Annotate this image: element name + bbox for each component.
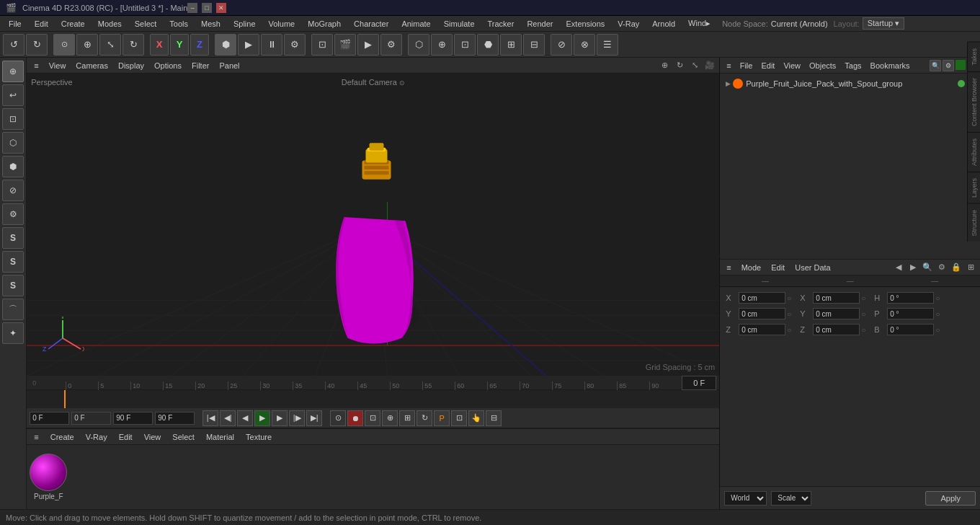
render-end-input[interactable] [155, 412, 195, 425]
go-to-start-button[interactable]: |◀ [202, 410, 218, 426]
material-swatch-purple[interactable]: Purple_F [30, 454, 67, 500]
extra-button[interactable]: ☰ [597, 34, 618, 56]
anim-mode-5[interactable]: ⊞ [399, 410, 415, 426]
lt-tool-s2[interactable]: S [2, 251, 24, 273]
prev-frame-button[interactable]: ◀ [237, 410, 253, 426]
mat-menu-vray[interactable]: V-Ray [81, 431, 112, 443]
lt-tool-6[interactable]: ⊘ [2, 180, 24, 201]
lt-tool-5[interactable]: ⬢ [2, 156, 24, 177]
om-menu-tags[interactable]: Tags [841, 60, 865, 71]
menu-mesh[interactable]: Mesh [195, 18, 226, 30]
frame-number-input[interactable] [682, 376, 716, 390]
anim-mode-3[interactable]: ⊡ [365, 410, 380, 426]
render-view-button[interactable]: 🎬 [334, 34, 356, 56]
transform-mode-select[interactable]: Scale Size [771, 491, 811, 506]
om-item-group[interactable]: ▶ Purple_Fruit_Juice_Pack_with_Spout_gro… [723, 76, 977, 91]
scale-tool-button[interactable]: ⤡ [99, 34, 121, 56]
coord-p[interactable] [887, 308, 934, 319]
viewport-settings-button[interactable]: ⊗ [574, 34, 595, 56]
lt-tool-3[interactable]: ⊡ [2, 108, 24, 130]
vp-icon-rotate[interactable]: ↻ [673, 59, 686, 72]
coord-h[interactable] [887, 292, 934, 304]
layout-selector[interactable]: Startup ▾ [863, 17, 905, 30]
vp-icon-move[interactable]: ⊕ [658, 59, 671, 72]
edge-mode-button[interactable]: ⏸ [261, 34, 282, 56]
render-button[interactable]: ▶ [357, 34, 379, 56]
menu-tools[interactable]: Tools [164, 18, 194, 30]
attr-menu-toggle[interactable]: ≡ [723, 262, 734, 273]
coord-y-pos[interactable] [739, 308, 785, 319]
om-menu-edit[interactable]: Edit [757, 60, 778, 71]
maximize-button[interactable]: □ [202, 3, 212, 13]
anim-mode-10[interactable]: ⊟ [486, 410, 502, 426]
display-button[interactable]: ⊘ [551, 34, 572, 56]
redo-button[interactable]: ↻ [26, 34, 48, 56]
vtab-takes[interactable]: Takes [968, 42, 980, 71]
vtab-attributes[interactable]: Attributes [968, 132, 980, 172]
coord-z-pos[interactable] [739, 324, 785, 335]
poly-mode-button[interactable]: ⚙ [284, 34, 306, 56]
om-menu-bookmarks[interactable]: Bookmarks [867, 60, 914, 71]
lt-tool-s3[interactable]: S [2, 275, 24, 296]
lt-tool-7[interactable]: ⚙ [2, 203, 24, 225]
mat-menu-edit[interactable]: Edit [115, 431, 137, 443]
bg-button[interactable]: ⊞ [500, 34, 522, 56]
om-menu-file[interactable]: File [736, 60, 757, 71]
menu-animate[interactable]: Animate [396, 18, 436, 30]
menu-extensions[interactable]: Extensions [560, 18, 610, 30]
y-axis-button[interactable]: Y [170, 34, 189, 56]
coord-b[interactable] [887, 324, 934, 335]
close-button[interactable]: ✕ [216, 3, 226, 13]
vp-menu-display[interactable]: Display [114, 60, 148, 71]
coord-x-rot[interactable] [813, 292, 860, 304]
current-frame-input[interactable] [71, 412, 111, 425]
attr-filter-icon[interactable]: ⚙ [935, 261, 948, 274]
lt-tool-bend[interactable]: ⌒ [2, 299, 24, 320]
lt-tool-s1[interactable]: S [2, 227, 24, 249]
move-tool-button[interactable]: ⊕ [76, 34, 98, 56]
om-menu-objects[interactable]: Objects [806, 60, 839, 71]
undo-button[interactable]: ↺ [3, 34, 24, 56]
om-search-icon[interactable]: 🔍 [930, 60, 941, 71]
menu-tracker[interactable]: Tracker [482, 18, 520, 30]
minimize-button[interactable]: – [187, 3, 197, 13]
mat-menu-view[interactable]: View [140, 431, 166, 443]
anim-mode-9[interactable]: 👆 [468, 410, 484, 426]
apply-button[interactable]: Apply [925, 491, 976, 506]
object-mode-button[interactable]: ⬢ [215, 34, 236, 56]
vp-menu-filter[interactable]: Filter [187, 60, 213, 71]
attr-nav-right[interactable]: ▶ [906, 261, 919, 274]
end-frame-input[interactable] [113, 412, 153, 425]
menu-arnold[interactable]: Arnold [646, 18, 681, 30]
menu-modes[interactable]: Modes [92, 18, 128, 30]
camera-button[interactable]: ⬡ [408, 34, 429, 56]
vp-menu-cameras[interactable]: Cameras [71, 60, 112, 71]
snap-button[interactable]: ⊡ [311, 34, 333, 56]
menu-render[interactable]: Render [521, 18, 558, 30]
mat-menu-select[interactable]: Select [168, 431, 199, 443]
menu-spline[interactable]: Spline [228, 18, 262, 30]
vtab-content-browser[interactable]: Content Browser [968, 71, 980, 132]
attr-menu-userdata[interactable]: User Data [791, 262, 834, 273]
om-filter-icon[interactable]: ⚙ [943, 60, 954, 71]
lt-tool-1[interactable]: ⊕ [2, 61, 24, 82]
render-settings-button[interactable]: ⚙ [380, 34, 402, 56]
lt-tool-2[interactable]: ↩ [2, 84, 24, 106]
attr-expand-icon[interactable]: ⊞ [964, 261, 977, 274]
vp-menu-toggle[interactable]: ≡ [30, 60, 43, 71]
menu-character[interactable]: Character [348, 18, 394, 30]
vp-menu-panel[interactable]: Panel [215, 60, 244, 71]
attr-menu-mode[interactable]: Mode [738, 262, 765, 273]
lt-tool-4[interactable]: ⬡ [2, 132, 24, 154]
live-selection-button[interactable]: ⊙ [53, 34, 75, 56]
next-frame-button[interactable]: ▶ [272, 410, 288, 426]
vp-menu-options[interactable]: Options [150, 60, 186, 71]
go-to-end-button[interactable]: ▶| [306, 410, 322, 426]
point-mode-button[interactable]: ▶ [238, 34, 259, 56]
menu-simulate[interactable]: Simulate [438, 18, 481, 30]
anim-mode-6[interactable]: ↻ [416, 410, 432, 426]
anim-mode-7[interactable]: P [434, 410, 450, 426]
mat-menu-material[interactable]: Material [202, 431, 239, 443]
coord-y-rot[interactable] [813, 308, 860, 319]
rotate-tool-button[interactable]: ↻ [122, 34, 144, 56]
